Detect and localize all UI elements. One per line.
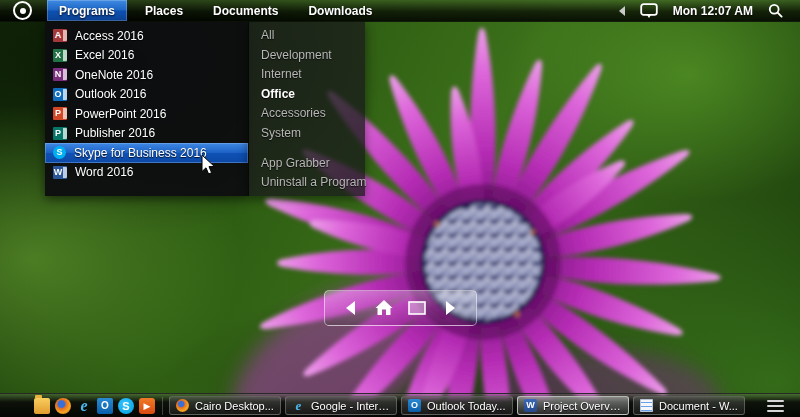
task-button-label: Project Overvie... (543, 400, 622, 412)
category-action-app-grabber[interactable]: App Grabber (249, 154, 365, 174)
topbar-right: Mon 12:07 AM (619, 0, 800, 21)
task-button[interactable]: Cairo Desktop... (169, 396, 281, 415)
program-menu-item[interactable]: XExcel 2016 (45, 46, 248, 66)
taskbar: eOS▶ Cairo Desktop...eGoogle - Intern...… (0, 393, 800, 417)
firefox-icon[interactable] (55, 398, 71, 414)
mouse-cursor (198, 154, 218, 176)
desktop: ProgramsPlacesDocumentsDownloads Mon 12:… (0, 0, 800, 417)
app-icon-letter: X (53, 49, 63, 62)
app-icon-page (63, 89, 67, 100)
skype-icon[interactable]: S (118, 398, 134, 414)
app-icon-letter: S (56, 146, 62, 159)
home-icon[interactable] (373, 297, 395, 319)
quick-launch-area: eOS▶ (34, 398, 160, 414)
wordpad-icon (640, 399, 653, 412)
program-menu-item[interactable]: NOneNote 2016 (45, 65, 248, 85)
ie-icon: e (292, 399, 305, 412)
taskbar-separator (162, 397, 163, 415)
outlook-icon[interactable]: O (97, 398, 113, 414)
forward-icon[interactable] (439, 297, 461, 319)
program-menu-item[interactable]: AAccess 2016 (45, 26, 248, 46)
clock[interactable]: Mon 12:07 AM (673, 4, 753, 18)
app-icon-page (63, 108, 67, 119)
powerpoint-2016-icon: P (53, 107, 67, 120)
program-menu-item[interactable]: PPublisher 2016 (45, 124, 248, 144)
task-button-label: Google - Intern... (311, 400, 390, 412)
app-icon-page (63, 128, 67, 139)
category-item-office[interactable]: Office (249, 85, 365, 105)
word-icon: W (524, 399, 537, 412)
category-action-uninstall-a-program[interactable]: Uninstall a Program (249, 173, 365, 193)
app-icon-letter: N (53, 68, 63, 81)
app-icon-letter: O (53, 88, 63, 101)
program-label: Publisher 2016 (75, 126, 155, 140)
app-icon-page (63, 167, 67, 178)
excel-2016-icon: X (53, 49, 67, 62)
outlook-icon: O (408, 399, 421, 412)
onenote-2016-icon: N (53, 68, 67, 81)
access-2016-icon: A (53, 29, 67, 42)
hamburger-menu-icon[interactable] (767, 400, 784, 412)
menubar-item-downloads[interactable]: Downloads (296, 0, 384, 21)
program-menu-item[interactable]: PPowerPoint 2016 (45, 104, 248, 124)
cairo-logo-icon[interactable] (13, 1, 32, 20)
category-item-accessories[interactable]: Accessories (249, 104, 365, 124)
category-item-development[interactable]: Development (249, 46, 365, 66)
menu-strip: ProgramsPlacesDocumentsDownloads (47, 0, 390, 21)
task-button-label: Outlook Today... (427, 400, 505, 412)
internet-explorer-icon[interactable]: e (76, 398, 92, 414)
menubar-item-places[interactable]: Places (133, 0, 195, 21)
search-icon[interactable] (768, 3, 783, 18)
category-item-all[interactable]: All (249, 26, 365, 46)
app-icon-letter: P (53, 127, 63, 140)
program-label: Outlook 2016 (75, 87, 146, 101)
explorer-folder-icon[interactable] (34, 398, 50, 414)
app-icon-page (63, 30, 67, 41)
app-icon-letter: P (53, 107, 63, 120)
category-item-system[interactable]: System (249, 124, 365, 144)
program-label: OneNote 2016 (75, 68, 153, 82)
task-button[interactable]: WProject Overvie... (517, 396, 629, 415)
media-player-icon[interactable]: ▶ (139, 398, 155, 414)
app-icon-letter: W (53, 166, 63, 179)
skype-for-business-icon: S (53, 146, 66, 159)
menubar-item-programs[interactable]: Programs (47, 0, 127, 21)
menubar-item-documents[interactable]: Documents (201, 0, 290, 21)
task-button-label: Document - W... (659, 400, 738, 412)
categories-panel: AllDevelopmentInternetOfficeAccessoriesS… (248, 22, 365, 196)
firefox-icon (176, 399, 189, 412)
word-2016-icon: W (53, 166, 67, 179)
desktop-nav-widget (324, 290, 477, 326)
program-label: Access 2016 (75, 29, 144, 43)
task-button[interactable]: Document - W... (633, 396, 745, 415)
program-menu-item[interactable]: OOutlook 2016 (45, 85, 248, 105)
category-actions: App GrabberUninstall a Program (249, 154, 365, 193)
category-item-internet[interactable]: Internet (249, 65, 365, 85)
back-icon[interactable] (340, 297, 362, 319)
display-icon[interactable] (640, 3, 658, 18)
program-label: PowerPoint 2016 (75, 107, 166, 121)
top-menu-bar: ProgramsPlacesDocumentsDownloads Mon 12:… (0, 0, 800, 22)
publisher-2016-icon: P (53, 127, 67, 140)
app-icon-page (63, 69, 67, 80)
task-button[interactable]: eGoogle - Intern... (285, 396, 397, 415)
task-button-label: Cairo Desktop... (195, 400, 274, 412)
category-list: AllDevelopmentInternetOfficeAccessoriesS… (249, 26, 365, 144)
app-icon-page (63, 50, 67, 61)
task-window-area: Cairo Desktop...eGoogle - Intern...OOutl… (169, 396, 749, 415)
program-label: Skype for Business 2016 (74, 146, 207, 160)
collapse-left-arrow-icon[interactable] (619, 6, 625, 16)
folder-icon[interactable] (406, 297, 428, 319)
app-icon-letter: A (53, 29, 63, 42)
program-label: Excel 2016 (75, 48, 134, 62)
program-label: Word 2016 (75, 165, 133, 179)
task-button[interactable]: OOutlook Today... (401, 396, 513, 415)
outlook-2016-icon: O (53, 88, 67, 101)
